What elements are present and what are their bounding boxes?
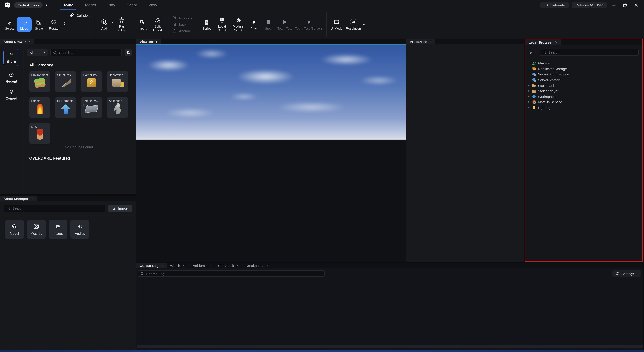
level-browser-filter-button[interactable]: ⌄ (528, 50, 537, 54)
level-browser-search[interactable] (540, 49, 639, 56)
close-icon[interactable]: ✕ (555, 40, 558, 44)
close-icon[interactable]: ✕ (28, 40, 31, 43)
asset-drawer-tab[interactable]: Asset Drawer ✕ (0, 38, 34, 44)
close-icon[interactable]: ✕ (430, 40, 432, 43)
badge-dropdown-icon[interactable]: ▼ (45, 3, 48, 6)
asset-type-images[interactable]: Images (49, 220, 68, 239)
asset-drawer-search-input[interactable] (59, 50, 119, 54)
category-tile-environment[interactable]: Environment (29, 71, 50, 92)
asset-manager-tab[interactable]: Asset Manager ✕ (0, 196, 37, 201)
import-button[interactable]: Import (135, 17, 150, 32)
module-script-button[interactable]: Module Script (230, 15, 246, 34)
category-tile-gameplay[interactable]: GamePlay (81, 71, 102, 92)
select-tool-button[interactable]: Select (2, 17, 17, 32)
team-test-button[interactable]: Team Test (276, 17, 294, 32)
expand-arrow[interactable]: ▶ (527, 101, 530, 103)
tree-item-starter-player[interactable]: ▶ StarterPlayer (527, 88, 642, 94)
category-tile-decoration[interactable]: Decoration (107, 71, 128, 92)
add-button[interactable]: Add (97, 17, 112, 32)
local-script-button[interactable]: Local Script (214, 15, 230, 34)
level-browser-tab[interactable]: Level Browser ✕ (525, 39, 561, 45)
collision-toggle[interactable]: Collision (67, 12, 92, 18)
asset-manager-search-input[interactable] (12, 206, 103, 210)
transform-more-button[interactable] (61, 22, 67, 27)
rail-item-store[interactable]: Store (3, 49, 20, 66)
anchor-button[interactable]: Anchor (173, 29, 192, 33)
category-tile-etc[interactable]: ETC (29, 123, 50, 144)
close-icon[interactable]: ✕ (236, 264, 239, 267)
rig-builder-button[interactable]: Rig Builder (114, 15, 130, 34)
tab-watch[interactable]: Watch ✕ (167, 263, 188, 268)
expand-arrow[interactable]: ▶ (527, 90, 530, 92)
asset-filter-button[interactable] (124, 49, 132, 56)
minimize-button[interactable] (610, 1, 618, 9)
asset-drawer-search[interactable] (50, 49, 122, 56)
tab-output-log[interactable]: Output Log ✕ (136, 263, 167, 268)
tab-breakpoints[interactable]: Breakpoints ✕ (242, 263, 272, 268)
category-tile-animation[interactable]: Animation (107, 97, 128, 118)
asset-manager-search[interactable] (4, 205, 106, 212)
bulk-import-button[interactable]: Bulk Import (150, 15, 166, 34)
asset-import-button[interactable]: Import (108, 205, 132, 212)
close-icon[interactable]: ✕ (161, 264, 164, 267)
expand-arrow[interactable]: ▶ (527, 106, 530, 109)
log-scrollbar-track[interactable] (136, 345, 643, 348)
script-button[interactable]: Script (199, 17, 214, 32)
category-tile-structures[interactable]: Structures (55, 71, 76, 92)
level-browser-search-input[interactable] (548, 50, 636, 54)
asset-type-model[interactable]: Model (5, 220, 24, 239)
lock-button[interactable]: Lock (173, 22, 192, 27)
resolution-button[interactable]: HD Resolution (344, 17, 362, 32)
close-icon[interactable]: ✕ (266, 264, 269, 267)
log-settings-button[interactable]: Settings ⌄ (612, 270, 641, 277)
category-tile-ui-elements[interactable]: UI Elements (55, 97, 76, 118)
tree-item-server-script-service[interactable]: ▶ ServerScriptService (527, 71, 642, 77)
tree-item-replicated-storage[interactable]: ▶ ReplicatedStorage (527, 66, 642, 71)
expand-arrow[interactable]: ▶ (527, 84, 530, 87)
add-dropdown-icon[interactable]: ▾ (112, 21, 114, 24)
close-icon[interactable]: ✕ (182, 264, 185, 267)
account-badge[interactable]: ReleaseQA_SMK (572, 2, 607, 8)
properties-tab[interactable]: Properties ✕ (406, 38, 436, 44)
tab-view[interactable]: View (143, 0, 163, 10)
tab-problems[interactable]: Problems ✕ (188, 263, 215, 268)
play-button[interactable]: Play (246, 17, 261, 32)
log-search[interactable] (138, 271, 324, 277)
rail-item-recent[interactable]: Recent (6, 72, 17, 83)
tree-item-server-storage[interactable]: ▶ ServerStorage (527, 77, 642, 83)
category-filter-select[interactable]: All ▾ (27, 49, 48, 56)
rotate-tool-button[interactable]: Rotate (46, 17, 61, 32)
ui-mode-button[interactable]: UI Mode (329, 17, 344, 32)
tab-model[interactable]: Model (79, 0, 102, 10)
early-access-badge[interactable]: Early Access (14, 2, 42, 8)
close-icon[interactable]: ✕ (31, 197, 33, 200)
group-button[interactable]: Group ▾ (173, 16, 192, 20)
stop-button[interactable]: Stop (261, 17, 276, 32)
tree-item-players[interactable]: ▶ Players (527, 60, 642, 66)
restore-button[interactable] (621, 1, 629, 9)
viewport-3d-scene[interactable] (136, 44, 406, 262)
category-tile-templates-kits[interactable]: Templates / Kits (81, 97, 102, 118)
tab-play[interactable]: Play (102, 0, 121, 10)
asset-type-audios[interactable]: Audios (70, 220, 89, 239)
tab-script[interactable]: Script (121, 0, 143, 10)
tree-item-material-service[interactable]: ▶ MaterialService (527, 99, 642, 105)
tree-item-workspace[interactable]: ▶ Workspace (527, 94, 642, 99)
tree-item-starter-gui[interactable]: ▶ StarterGui (527, 83, 642, 88)
asset-type-meshes[interactable]: Meshes (27, 220, 46, 239)
tab-home[interactable]: Home (57, 0, 79, 10)
rail-item-owned[interactable]: Owned (6, 89, 17, 100)
collaborate-button[interactable]: + Collaborate (540, 2, 569, 8)
log-search-input[interactable] (146, 272, 322, 276)
expand-arrow[interactable]: ▶ (527, 95, 530, 98)
move-tool-button[interactable]: Move (17, 17, 32, 32)
close-icon[interactable]: ✕ (209, 264, 212, 267)
tree-item-lighting[interactable]: ▶ Lighting (527, 105, 642, 110)
scale-tool-button[interactable]: Scale (32, 17, 46, 32)
category-tile-effects[interactable]: Effects (29, 97, 50, 118)
team-test-server-button[interactable]: Team Test (Server) (294, 17, 324, 32)
resolution-dropdown-icon[interactable]: ▾ (363, 24, 364, 27)
viewport-tab[interactable]: Viewport 1 (136, 38, 161, 44)
close-button[interactable] (632, 1, 640, 9)
tab-call-stack[interactable]: Call Stack ✕ (215, 263, 242, 268)
